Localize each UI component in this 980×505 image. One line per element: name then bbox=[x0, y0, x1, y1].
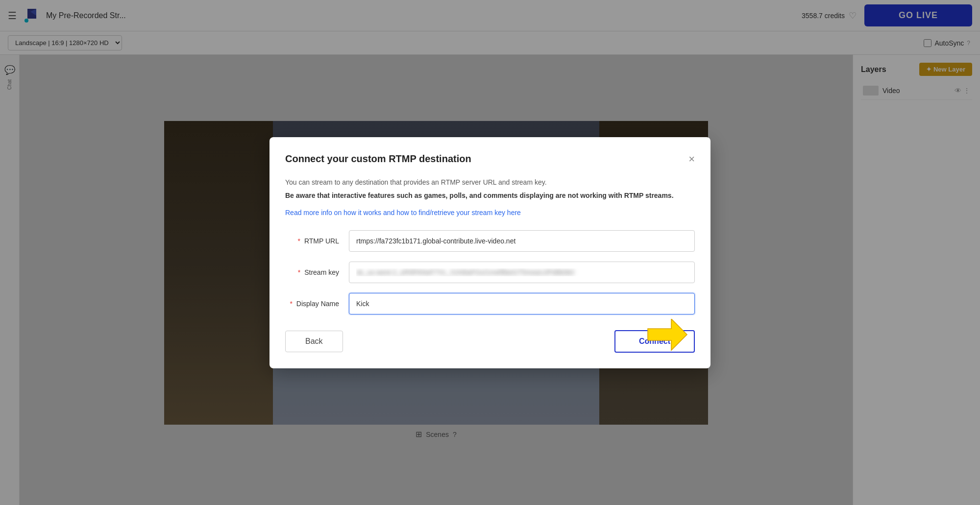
display-name-label: * Display Name bbox=[285, 300, 339, 308]
svg-marker-3 bbox=[648, 319, 687, 350]
display-name-row: * Display Name bbox=[285, 293, 695, 314]
yellow-arrow-icon bbox=[647, 319, 696, 358]
required-star-rtmp: * bbox=[298, 237, 300, 245]
display-name-input[interactable] bbox=[349, 293, 695, 314]
rtmp-url-input[interactable] bbox=[349, 230, 695, 252]
rtmp-modal: Connect your custom RTMP destination × Y… bbox=[270, 137, 710, 368]
modal-warning: Be aware that interactive features such … bbox=[285, 191, 695, 201]
rtmp-url-label: * RTMP URL bbox=[285, 237, 339, 245]
stream-key-input[interactable] bbox=[349, 262, 695, 283]
required-star-name: * bbox=[290, 300, 293, 308]
modal-description: You can stream to any destination that p… bbox=[285, 177, 695, 188]
stream-key-label: * Stream key bbox=[285, 268, 339, 276]
back-button[interactable]: Back bbox=[285, 331, 343, 352]
required-star-key: * bbox=[298, 268, 300, 276]
stream-key-row: * Stream key bbox=[285, 262, 695, 283]
modal-header: Connect your custom RTMP destination × bbox=[285, 153, 695, 166]
modal-footer: Back Connect bbox=[285, 330, 695, 353]
arrow-pointer bbox=[647, 319, 696, 358]
rtmp-url-row: * RTMP URL bbox=[285, 230, 695, 252]
modal-info-link[interactable]: Read more info on how it works and how t… bbox=[285, 209, 695, 216]
modal-close-button[interactable]: × bbox=[688, 153, 695, 166]
modal-title: Connect your custom RTMP destination bbox=[285, 153, 471, 165]
